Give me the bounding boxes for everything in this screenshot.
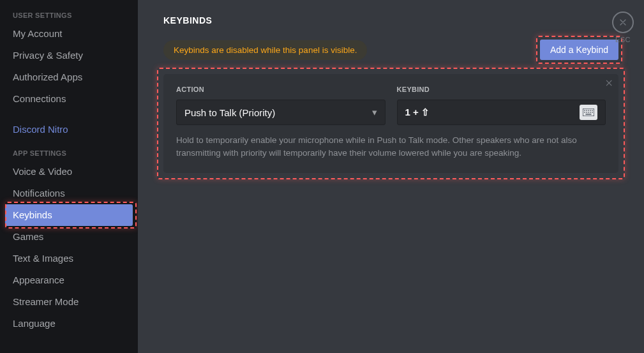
add-keybind-button[interactable]: Add a Keybind bbox=[540, 40, 618, 60]
close-settings-button[interactable] bbox=[612, 11, 634, 33]
svg-rect-9 bbox=[590, 112, 591, 113]
keybind-input-value: 1 + ⇧ bbox=[405, 107, 430, 118]
esc-label: ESC bbox=[612, 36, 634, 43]
chevron-down-icon: ▾ bbox=[372, 107, 377, 118]
close-icon bbox=[605, 79, 614, 87]
sidebar-item-my-account[interactable]: My Account bbox=[0, 23, 138, 45]
svg-rect-3 bbox=[588, 110, 589, 111]
keybind-label: KEYBIND bbox=[397, 86, 606, 93]
close-icon bbox=[618, 17, 628, 27]
sidebar-item-notifications[interactable]: Notifications bbox=[0, 183, 138, 204]
close-settings: ESC bbox=[612, 11, 634, 43]
svg-rect-7 bbox=[586, 112, 587, 113]
settings-content: KEYBINDS Keybinds are disabled while thi… bbox=[138, 0, 644, 353]
action-label: ACTION bbox=[176, 86, 386, 93]
keyboard-icon bbox=[580, 105, 597, 120]
svg-rect-6 bbox=[584, 112, 585, 113]
page-title: KEYBINDS bbox=[163, 15, 618, 26]
sidebar-header-user: USER SETTINGS bbox=[0, 11, 138, 23]
warning-banner: Keybinds are disabled while this panel i… bbox=[163, 40, 367, 60]
keybind-description: Hold to temporarily enable your micropho… bbox=[176, 134, 606, 160]
svg-rect-2 bbox=[586, 110, 587, 111]
svg-rect-4 bbox=[590, 110, 591, 111]
sidebar-item-text-images[interactable]: Text & Images bbox=[0, 248, 138, 269]
keybind-card: ACTION Push to Talk (Priority) ▾ KEYBIND… bbox=[163, 74, 618, 173]
settings-sidebar: USER SETTINGS My Account Privacy & Safet… bbox=[0, 0, 138, 353]
sidebar-item-voice-video[interactable]: Voice & Video bbox=[0, 161, 138, 183]
sidebar-item-discord-nitro[interactable]: Discord Nitro bbox=[0, 119, 138, 140]
svg-rect-1 bbox=[584, 110, 585, 111]
sidebar-item-games[interactable]: Games bbox=[0, 226, 138, 248]
action-select-value: Push to Talk (Priority) bbox=[184, 107, 275, 118]
svg-rect-11 bbox=[586, 114, 592, 115]
sidebar-item-keybinds[interactable]: Keybinds bbox=[5, 204, 133, 226]
remove-keybind-button[interactable] bbox=[603, 77, 616, 89]
action-select[interactable]: Push to Talk (Priority) ▾ bbox=[176, 100, 386, 125]
sidebar-item-appearance[interactable]: Appearance bbox=[0, 269, 138, 291]
svg-rect-10 bbox=[592, 112, 593, 113]
svg-rect-5 bbox=[592, 110, 593, 111]
sidebar-item-connections[interactable]: Connections bbox=[0, 88, 138, 110]
sidebar-item-authorized-apps[interactable]: Authorized Apps bbox=[0, 66, 138, 88]
sidebar-header-app: APP SETTINGS bbox=[0, 149, 138, 161]
keybind-input[interactable]: 1 + ⇧ bbox=[397, 100, 606, 125]
sidebar-item-language[interactable]: Language bbox=[0, 313, 138, 334]
sidebar-item-privacy-safety[interactable]: Privacy & Safety bbox=[0, 45, 138, 66]
sidebar-item-streamer-mode[interactable]: Streamer Mode bbox=[0, 291, 138, 313]
svg-rect-8 bbox=[588, 112, 589, 113]
